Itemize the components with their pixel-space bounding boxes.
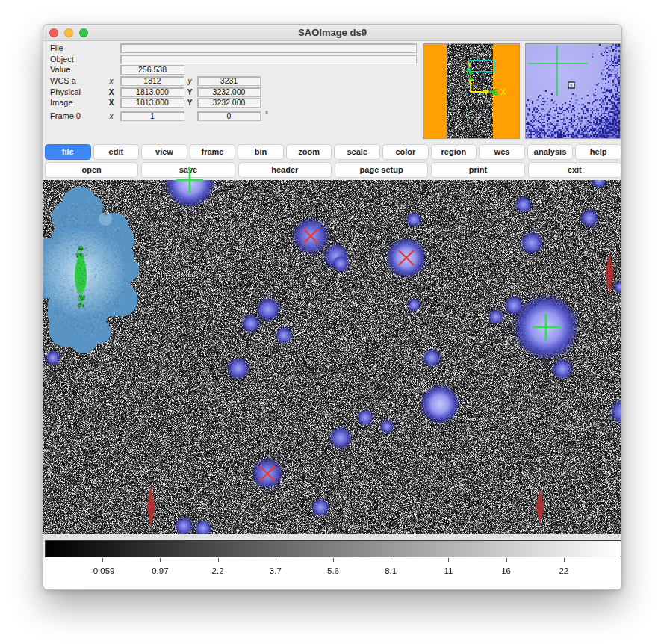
axis-sub-label: Y: [186, 87, 193, 97]
colorbar-tick-label: 16: [501, 566, 511, 575]
red-arrow-marker[interactable]: [534, 489, 546, 524]
degrees-suffix: °: [265, 110, 268, 118]
colorbar-tick-label: 0.97: [152, 566, 168, 575]
info-row-label: Physical: [50, 87, 81, 97]
info-value-field[interactable]: 1812: [120, 76, 184, 86]
menu-wcs[interactable]: wcs: [479, 144, 525, 160]
info-row-frame-0: Frame 0x10°: [43, 111, 421, 121]
info-value-field[interactable]: [120, 55, 417, 64]
colorbar-tick: [333, 558, 334, 562]
red-x-marker[interactable]: [257, 463, 278, 484]
info-row-label: Frame 0: [50, 111, 81, 121]
colorbar-tick: [160, 558, 161, 562]
info-value-field[interactable]: [120, 43, 417, 53]
info-row-label: Value: [50, 65, 70, 75]
menu-analysis[interactable]: analysis: [527, 144, 574, 160]
colorbar-tick: [564, 558, 565, 562]
main-image-canvas[interactable]: [43, 180, 622, 534]
info-value-field[interactable]: 0: [197, 111, 261, 121]
info-row-label: Image: [50, 98, 73, 108]
action-open[interactable]: open: [45, 162, 138, 178]
info-row-label: Object: [50, 55, 74, 64]
info-row-file: File: [43, 43, 421, 53]
colorbar-tick-label: 11: [444, 566, 453, 575]
menu-view[interactable]: view: [141, 144, 187, 160]
action-exit[interactable]: exit: [528, 162, 621, 178]
colorbar-tick: [506, 558, 507, 562]
info-row-label: File: [50, 43, 63, 53]
axis-sub-label: x: [108, 76, 115, 86]
titlebar[interactable]: SAOImage ds9: [43, 25, 621, 41]
ds9-window: SAOImage ds9 FileObjectValue256.538WCS a…: [43, 24, 622, 590]
info-panel: FileObjectValue256.538WCS ax1812y3231Phy…: [43, 42, 421, 144]
info-value-field[interactable]: 3232.000: [197, 87, 261, 97]
info-value-field[interactable]: 1: [120, 111, 184, 121]
magnifier[interactable]: [525, 43, 621, 139]
action-header[interactable]: header: [238, 162, 332, 178]
magnifier-canvas[interactable]: [526, 44, 620, 138]
info-row-wcs-a: WCS ax1812y3231: [43, 76, 421, 86]
info-row-label: WCS a: [50, 76, 76, 86]
info-value-field[interactable]: 1813.000: [120, 98, 184, 108]
colorbar-tick-label: 8.1: [385, 566, 397, 575]
menu-scale[interactable]: scale: [334, 144, 380, 160]
window-title: SAOImage ds9: [43, 25, 621, 41]
axis-sub-label: X: [108, 98, 115, 108]
info-row-image: ImageX1813.000Y3232.000: [43, 98, 421, 108]
menubar: fileeditviewframebinzoomscalecolorregion…: [45, 144, 621, 160]
red-arrow-marker[interactable]: [145, 486, 157, 527]
panner[interactable]: [423, 43, 520, 139]
green-crosshair-marker[interactable]: [173, 163, 207, 197]
colorbar-tick-label: 22: [559, 566, 568, 575]
colorbar-tick: [448, 558, 449, 562]
colorbar-tick-label: -0.059: [90, 566, 115, 575]
colorbar-tick-label: 5.6: [327, 566, 339, 575]
menu-frame[interactable]: frame: [190, 144, 236, 160]
info-row-object: Object: [43, 55, 421, 64]
axis-sub-label: y: [186, 76, 193, 86]
red-x-marker[interactable]: [300, 226, 321, 247]
axis-sub-label: Y: [186, 98, 193, 108]
menu-zoom[interactable]: zoom: [286, 144, 332, 160]
colorbar-gap: [43, 534, 622, 540]
red-arrow-marker[interactable]: [604, 252, 615, 295]
menu-region[interactable]: region: [431, 144, 477, 160]
colorbar-tick-label: 2.2: [212, 566, 224, 575]
info-row-value: Value256.538: [43, 65, 421, 75]
menu-help[interactable]: help: [575, 144, 621, 160]
colorbar-tick-label: 3.7: [270, 566, 282, 575]
file-actions-bar: opensaveheaderpage setupprintexit: [45, 162, 621, 178]
action-print[interactable]: print: [431, 162, 524, 178]
info-value-field[interactable]: 3232.000: [197, 98, 261, 108]
menu-color[interactable]: color: [382, 144, 429, 160]
colorbar-tick: [276, 558, 276, 562]
colorbar-gradient[interactable]: [45, 540, 621, 557]
info-row-physical: PhysicalX1813.000Y3232.000: [43, 87, 421, 97]
menu-file[interactable]: file: [45, 144, 91, 160]
info-value-field[interactable]: 3231: [197, 76, 261, 86]
colorbar-scale: -0.0590.972.23.75.68.1111622: [43, 557, 622, 590]
menu-edit[interactable]: edit: [93, 144, 140, 160]
info-value-field[interactable]: 256.538: [120, 65, 184, 75]
colorbar-tick: [218, 558, 219, 562]
menu-bin[interactable]: bin: [238, 144, 284, 160]
action-page-setup[interactable]: page setup: [335, 162, 428, 178]
image-display[interactable]: [43, 180, 622, 534]
green-crosshair-marker[interactable]: [529, 310, 563, 344]
axis-sub-label: X: [108, 87, 115, 97]
colorbar-tick: [391, 558, 391, 562]
panner-canvas[interactable]: [423, 44, 519, 138]
axis-sub-label: x: [108, 111, 115, 121]
info-value-field[interactable]: 1813.000: [120, 87, 184, 97]
red-x-marker[interactable]: [396, 247, 417, 268]
colorbar-tick: [102, 558, 103, 562]
